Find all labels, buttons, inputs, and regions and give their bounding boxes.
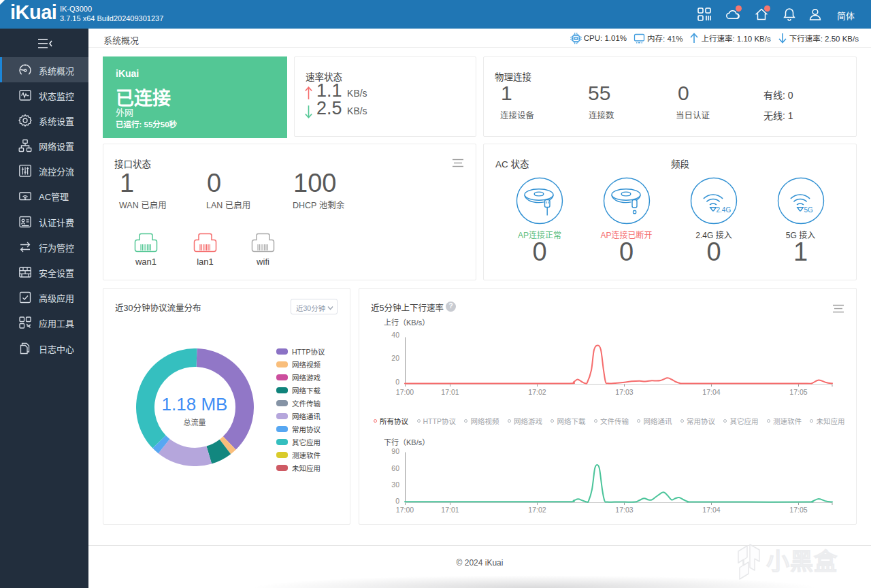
svg-text:5G: 5G xyxy=(804,206,813,214)
svg-text:2.4G: 2.4G xyxy=(717,206,732,214)
